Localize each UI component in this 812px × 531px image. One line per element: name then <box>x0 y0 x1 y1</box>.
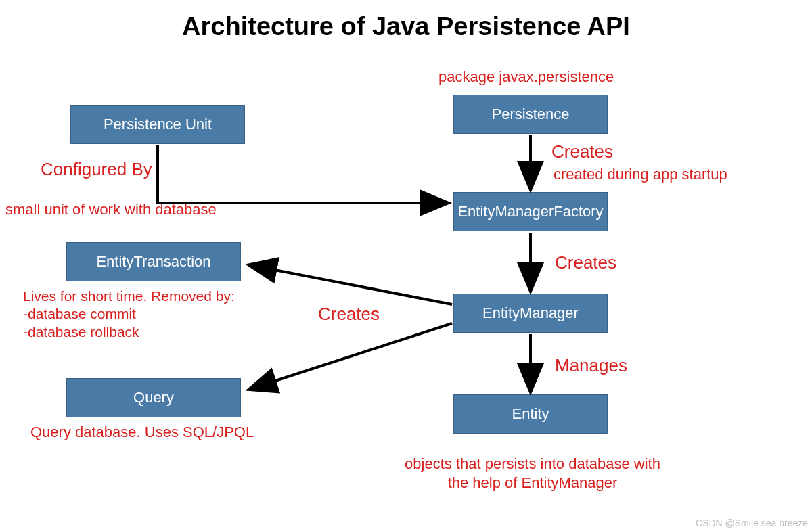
label-creates-mid: Creates <box>318 303 380 325</box>
box-persistence: Persistence <box>453 95 608 134</box>
svg-line-4 <box>250 323 452 389</box>
label-query-note: Query database. Uses SQL/JPQL <box>30 423 254 442</box>
label-small-unit: small unit of work with database <box>5 200 217 219</box>
label-transaction-note: Lives for short time. Removed by: -datab… <box>23 287 235 341</box>
box-persistence-unit: Persistence Unit <box>70 105 245 144</box>
diagram-title: Architecture of Java Persistence API <box>0 12 812 41</box>
box-query: Query <box>66 378 241 417</box>
label-created-during: created during app startup <box>554 165 727 184</box>
svg-line-3 <box>250 265 452 304</box>
box-entity: Entity <box>453 394 608 434</box>
label-creates-2: Creates <box>555 252 616 274</box>
label-entity-note: objects that persists into database with… <box>387 455 678 492</box>
watermark: CSDN @Smile sea breeze <box>696 517 808 528</box>
label-configured-by: Configured By <box>41 158 152 181</box>
label-package: package javax.persistence <box>438 68 614 87</box>
box-entity-transaction: EntityTransaction <box>66 242 241 281</box>
label-manages: Manages <box>555 354 627 377</box>
box-entity-manager: EntityManager <box>453 294 608 333</box>
box-entity-manager-factory: EntityManagerFactory <box>453 192 608 231</box>
diagram-canvas: Architecture of Java Persistence API Per… <box>0 0 812 531</box>
label-creates-1: Creates <box>551 141 613 163</box>
